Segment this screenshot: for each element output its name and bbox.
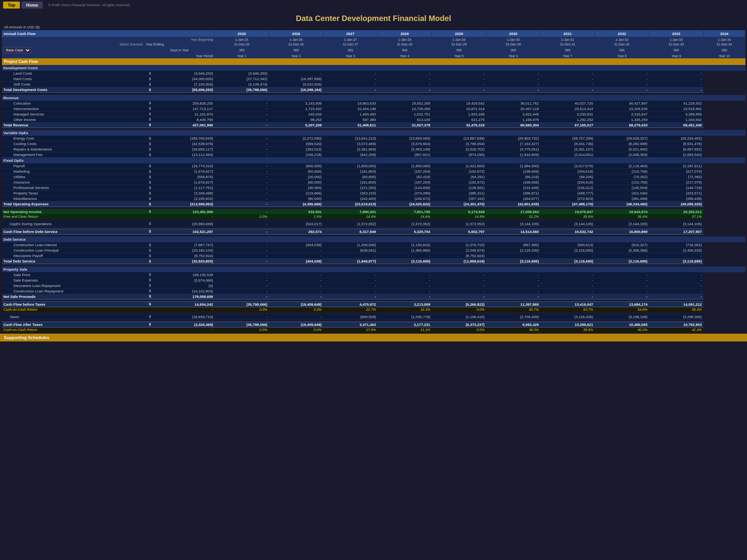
coc1-2027: 22.7% xyxy=(323,307,378,312)
yb-2034: 1-Jan-34 xyxy=(703,37,745,42)
total-opex-2029: (24,301,470) xyxy=(432,201,486,207)
proptax-total: (3,349,498) xyxy=(156,191,215,196)
con-loan-int-2026: (404,039) xyxy=(269,242,323,248)
total-ds-label: Total Debt Service xyxy=(2,259,144,264)
insurance-2029: (192,872) xyxy=(432,180,486,185)
colo-2032: 40,427,997 xyxy=(595,101,649,106)
other-2028: 613,100 xyxy=(377,117,432,122)
cr-2031: - xyxy=(540,288,595,294)
cfbt-2033: 14,091,212 xyxy=(649,301,703,307)
fixed-opex-label: Fixed OpEx xyxy=(2,158,215,164)
payroll-2032: (2,118,454) xyxy=(595,163,649,169)
con-loan-prin-2028: (1,965,880) xyxy=(377,248,432,253)
con-loan-prin-total: (20,160,134) xyxy=(156,248,215,253)
cfbt-2029: (5,266,822) xyxy=(432,301,486,307)
mr-2028: - xyxy=(377,283,432,288)
se-2029: - xyxy=(432,277,486,283)
scenario-dropdown[interactable]: Base Case xyxy=(4,47,31,53)
ns-2026: - xyxy=(269,294,323,299)
sp-2030: - xyxy=(486,272,540,278)
home-button[interactable]: Home xyxy=(21,2,43,9)
mezz-repay-total: (0) xyxy=(156,283,215,288)
repairs-2028: (2,453,109) xyxy=(377,147,432,152)
colo-row: Colocation $ 259,826,250 - 3,143,939 18,… xyxy=(2,101,745,106)
noi-2028: 7,901,756 xyxy=(377,209,432,214)
total-opex-2025: - xyxy=(215,201,269,207)
yb-2029: 1-Jan-29 xyxy=(432,37,486,42)
ye-2029: 31-Dec-29 xyxy=(432,42,486,47)
hard-2028: - xyxy=(377,76,432,82)
period-2: Year 2 xyxy=(269,54,323,58)
coc1-2031: 53.7% xyxy=(540,307,595,312)
land-2030: - xyxy=(486,71,540,76)
scenario-select-cell[interactable]: Base Case xyxy=(2,47,144,54)
cr-2032: - xyxy=(595,288,649,294)
top-button[interactable]: Top xyxy=(3,2,20,9)
cr-2028: - xyxy=(377,288,432,294)
mezz-payoff-label: Mezzanine Payoff xyxy=(2,253,144,259)
profsvc-2025: - xyxy=(215,185,269,191)
con-repay-total: (14,102,803) xyxy=(156,288,215,294)
inter-2028: 10,729,258 xyxy=(377,106,432,111)
insurance-2033: (217,079) xyxy=(649,180,703,185)
utilities-2032: (70,252) xyxy=(595,174,649,180)
profsvc-row: Professional Services $ (1,117,751) - (4… xyxy=(2,185,745,191)
cfat-2029: (6,373,237) xyxy=(432,322,486,327)
total-rev-total: 437,081,990 xyxy=(156,122,215,128)
fcr-2031: 35.9% xyxy=(540,214,595,219)
coc1-2026: 0.0% xyxy=(269,307,323,312)
proptax-sym: $ xyxy=(144,191,156,196)
managed-2032: 3,315,647 xyxy=(595,111,649,117)
mr-2030: - xyxy=(486,283,540,288)
fcr-2027: 14.4% xyxy=(323,214,378,219)
cr-2030: - xyxy=(486,288,540,294)
soft-2025: (4,139,474) xyxy=(215,82,269,87)
land-2026: - xyxy=(269,71,323,76)
yb-2031: 1-Jan-31 xyxy=(540,37,595,42)
debt-service-label: Debt Service xyxy=(2,236,215,242)
inter-2032: 23,209,530 xyxy=(595,106,649,111)
con-loan-int-sym: $ xyxy=(144,242,156,248)
other-sym: $ xyxy=(144,117,156,122)
cfbt-2025: (35,798,066) xyxy=(215,301,269,307)
ns-2030: - xyxy=(486,294,540,299)
variable-opex-label: Variable OpEx xyxy=(2,130,215,136)
soft-2027: - xyxy=(323,82,378,87)
yb-2025: 1-Jan-25 xyxy=(215,37,269,42)
development-costs-category: Development Costs xyxy=(2,65,745,71)
utilities-2026: (20,000) xyxy=(269,174,323,180)
managed-sym: $ xyxy=(144,111,156,117)
mezz-2030: - xyxy=(486,253,540,259)
proptax-2027: (363,193) xyxy=(323,191,378,196)
con-loan-int-2027: (1,208,936) xyxy=(323,242,378,248)
total-dev-total: (55,096,250) xyxy=(156,87,215,93)
total-ds-2025: - xyxy=(215,259,269,264)
con-loan-prin-2029: (2,045,974) xyxy=(432,248,486,253)
cfbt-2028: 3,213,009 xyxy=(377,301,432,307)
land-2032: - xyxy=(595,71,649,76)
total-opex-2027: (23,518,610) xyxy=(323,201,378,207)
total-ds-2027: (1,846,977) xyxy=(323,259,378,264)
colo-2030: 36,011,762 xyxy=(486,101,540,106)
energy-row: Energy Cost $ (185,700,543) - (2,272,050… xyxy=(2,136,745,141)
total-rev-2032: 68,279,433 xyxy=(595,122,649,128)
mgmt-fee-sym: $ xyxy=(144,152,156,158)
land-2027: - xyxy=(323,71,378,76)
soft-2032: - xyxy=(595,82,649,87)
period-5: Year 5 xyxy=(432,54,486,58)
cfbt-2026: (19,409,649) xyxy=(269,301,323,307)
payroll-total: (16,774,316) xyxy=(156,163,215,169)
hard-total: (44,000,000) xyxy=(156,76,215,82)
total-rev-sym: $ xyxy=(144,122,156,128)
profsvc-label: Professional Services xyxy=(2,185,144,191)
total-dev-2031: - xyxy=(540,87,595,93)
soft-2030: - xyxy=(486,82,540,87)
ns-2025: - xyxy=(215,294,269,299)
con-loan-int-label: Construction Loan Interest xyxy=(2,242,144,248)
year-ending-label: Year Ending xyxy=(144,42,215,47)
top-bar: Top Home © Profit Vision Financial Servi… xyxy=(0,0,747,10)
mgmt-2027: (942,258) xyxy=(323,152,378,158)
inter-row: Interconnection $ 147,713,117 - 1,719,43… xyxy=(2,106,745,111)
total-rev-2033: 69,451,340 xyxy=(649,122,703,128)
utilities-sym: $ xyxy=(144,174,156,180)
